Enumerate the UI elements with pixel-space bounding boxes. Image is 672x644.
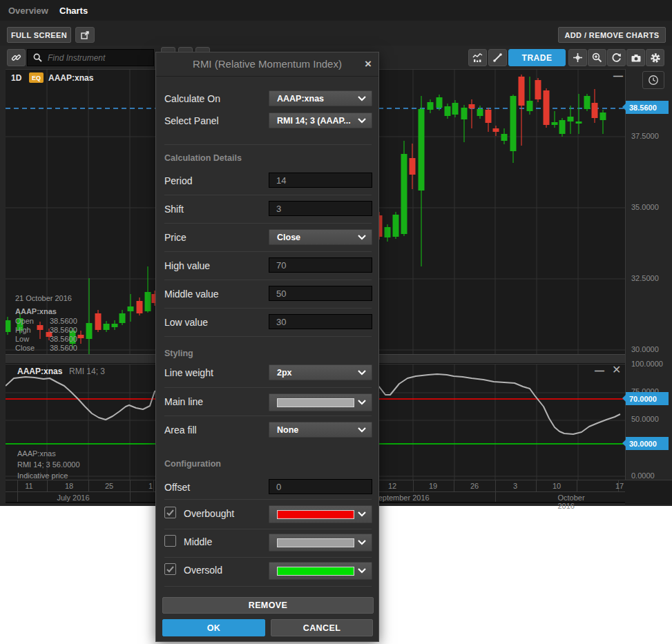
rmi-indicator-name[interactable]: RMI 14; 3 <box>69 367 105 376</box>
crosshair-button[interactable] <box>568 49 587 66</box>
chevron-down-icon <box>358 427 366 433</box>
time-tick-label: 17 <box>615 482 624 490</box>
instrument-symbol[interactable]: AAAP:xnas <box>48 73 93 83</box>
crosshair-icon <box>573 52 583 63</box>
ohlc-field-label: Open <box>15 317 50 326</box>
tab-overview[interactable]: Overview <box>8 6 48 16</box>
time-tick-label: 19 <box>429 482 437 490</box>
zoom-in-button[interactable] <box>588 49 606 66</box>
period-input[interactable] <box>269 173 372 188</box>
middle-checkbox[interactable] <box>164 535 176 547</box>
axis-tick-label: 0.0000 <box>631 471 655 480</box>
ohlc-symbol: AAAP:xnas <box>15 306 77 317</box>
dialog-header[interactable]: RMI (Relative Momentum Index) × <box>156 52 378 77</box>
ok-button[interactable]: OK <box>162 619 265 636</box>
chart-type-button[interactable] <box>468 49 487 66</box>
cancel-button[interactable]: CANCEL <box>271 619 373 636</box>
low-value-input[interactable] <box>269 314 372 329</box>
chart-settings-button[interactable] <box>646 49 664 66</box>
ohlc-field-value: 38.5600 <box>50 317 77 326</box>
link-charts-button[interactable] <box>7 49 26 66</box>
search-input[interactable] <box>46 52 146 64</box>
crosshair-date: 21 October 2016 <box>15 293 77 304</box>
popout-icon <box>80 30 90 40</box>
calculate-on-select[interactable]: AAAP:xnas <box>269 90 372 106</box>
instrument-type-badge: EQ <box>29 72 44 83</box>
instrument-search[interactable] <box>27 49 154 66</box>
axis-tick-label: 32.5000 <box>631 274 659 282</box>
rmi-readout-line: AAAP:xnas <box>17 448 80 459</box>
chevron-down-icon <box>358 370 366 375</box>
oversold-color-select[interactable] <box>269 562 372 580</box>
axis-grid-border <box>413 480 414 491</box>
price-select[interactable]: Close <box>269 229 372 245</box>
ohlc-field-label: High <box>15 326 50 335</box>
middle-label: Middle <box>184 536 212 547</box>
close-icon[interactable]: × <box>365 57 372 71</box>
axis-grid-border <box>454 480 454 491</box>
overbought-checkbox[interactable] <box>164 507 176 518</box>
popout-button[interactable] <box>75 27 95 43</box>
offset-input[interactable] <box>269 479 372 494</box>
month-label: October 2016 <box>558 494 603 510</box>
select-panel-select[interactable]: RMI 14; 3 (AAAP... <box>269 113 372 128</box>
overbought-color-select[interactable] <box>269 505 372 523</box>
time-tick-label: 25 <box>105 482 113 490</box>
chart-type-icon <box>472 53 483 63</box>
full-screen-button[interactable]: FULL SCREEN <box>7 27 71 43</box>
refresh-icon <box>611 52 622 63</box>
oversold-checkbox[interactable] <box>164 563 176 575</box>
chevron-down-icon <box>358 540 366 545</box>
snapshot-button[interactable] <box>626 49 645 66</box>
high-value-label: High value <box>164 260 210 271</box>
ohlc-readout: 21 October 2016 AAAP:xnas Open38.5600Hig… <box>15 293 77 353</box>
reset-chart-button[interactable] <box>607 49 626 66</box>
gear-icon <box>650 52 661 64</box>
remove-button[interactable]: REMOVE <box>162 597 374 614</box>
shift-input[interactable] <box>269 201 372 216</box>
area-fill-select[interactable]: None <box>269 422 372 438</box>
close-panel-icon[interactable]: ✕ <box>612 363 621 376</box>
axis-tick-label: 30.0000 <box>631 345 659 353</box>
time-tick-label: 12 <box>388 482 396 490</box>
draw-trendline-button[interactable] <box>488 49 507 66</box>
dialog-title: RMI (Relative Momentum Index) <box>156 58 378 70</box>
select-panel-value: RMI 14; 3 (AAAP... <box>269 116 358 126</box>
month-label: July 2016 <box>57 494 89 502</box>
high-value-input[interactable] <box>269 257 372 273</box>
chevron-down-icon <box>358 235 366 240</box>
overbought-color-swatch <box>277 510 354 519</box>
rmi-symbol[interactable]: AAAP:xnas <box>17 367 62 376</box>
top-tab-bar: Overview Charts <box>0 0 672 21</box>
axis-grid-border <box>577 480 577 491</box>
chevron-down-icon <box>358 96 366 101</box>
menu-bar: FULL SCREEN ADD / REMOVE CHARTS <box>0 21 672 46</box>
time-tick-label: 11 <box>25 482 32 490</box>
link-icon <box>11 52 21 63</box>
ohlc-field-label: Low <box>15 335 50 344</box>
main-line-color-select[interactable] <box>269 393 372 411</box>
axis-grid-border <box>88 480 89 491</box>
axis-grid-border <box>495 492 496 502</box>
middle-value-input[interactable] <box>269 286 372 301</box>
add-remove-charts-button[interactable]: ADD / REMOVE CHARTS <box>558 27 666 43</box>
oversold-label: Oversold <box>184 565 222 576</box>
ohlc-values: Open38.5600High38.5600Low38.5600Close38.… <box>15 317 77 353</box>
middle-color-select[interactable] <box>269 534 372 552</box>
axis-corner <box>625 480 672 505</box>
axis-grid-border <box>153 480 154 491</box>
section-configuration: Configuration <box>164 459 221 469</box>
rmi-axis[interactable]: 100.000075.000050.00000.0000 <box>625 354 672 480</box>
axis-tick-label: 100.0000 <box>631 360 663 368</box>
calculate-on-label: Calculate On <box>164 93 220 104</box>
section-styling: Styling <box>164 349 193 358</box>
line-weight-select[interactable]: 2px <box>269 364 372 380</box>
tab-charts[interactable]: Charts <box>59 6 88 16</box>
collapse-panel-icon[interactable]: — <box>595 365 604 376</box>
interval-label[interactable]: 1D <box>11 73 21 83</box>
ohlc-field-value: 38.5600 <box>50 335 77 344</box>
collapse-panel-icon[interactable]: — <box>613 70 623 81</box>
trade-button[interactable]: TRADE <box>508 49 566 66</box>
axis-grid-border <box>130 480 131 491</box>
rmi-readout-line: RMI 14; 3 56.0000 <box>17 459 80 470</box>
